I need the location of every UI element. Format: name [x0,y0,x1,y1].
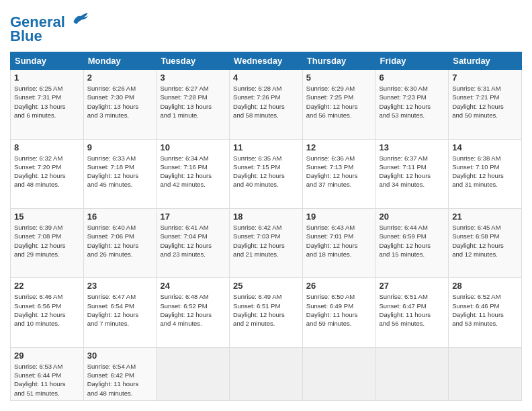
logo: General Blue [10,10,91,45]
sunrise-text: Sunrise: 6:32 AM [14,154,80,163]
sunset-text: Sunset: 7:25 PM [306,93,372,101]
sunset-text: Sunset: 7:21 PM [452,93,518,101]
col-header-saturday: Saturday [449,52,522,70]
daylight-text: and 37 minutes. [306,180,372,189]
daylight-text: and 34 minutes. [380,180,445,189]
sunset-text: Sunset: 6:44 PM [14,371,80,379]
col-header-sunday: Sunday [11,52,84,70]
calendar-week-row: 15Sunrise: 6:39 AMSunset: 7:08 PMDayligh… [11,209,522,278]
sunset-text: Sunset: 7:26 PM [233,93,299,101]
sunset-text: Sunset: 7:23 PM [380,93,445,101]
calendar-cell [302,347,375,400]
calendar-cell: 16Sunrise: 6:40 AMSunset: 7:06 PMDayligh… [83,209,157,278]
calendar-cell: 6Sunrise: 6:30 AMSunset: 7:23 PMDaylight… [375,70,449,139]
calendar-cell: 7Sunrise: 6:31 AMSunset: 7:21 PMDaylight… [449,70,522,139]
daylight-text: Daylight: 11 hours [380,310,445,319]
daylight-text: and 56 minutes. [306,111,372,120]
sunset-text: Sunset: 7:28 PM [160,93,226,101]
sunrise-text: Sunrise: 6:39 AM [14,223,80,232]
sunrise-text: Sunrise: 6:41 AM [160,223,226,232]
daylight-text: Daylight: 12 hours [160,310,226,319]
day-number: 30 [87,351,153,361]
daylight-text: and 4 minutes. [160,319,226,328]
sunrise-text: Sunrise: 6:42 AM [233,223,299,232]
daylight-text: Daylight: 12 hours [87,171,153,180]
sunrise-text: Sunrise: 6:47 AM [87,292,153,301]
daylight-text: Daylight: 11 hours [306,310,372,319]
day-number: 14 [452,142,518,152]
calendar-cell [157,347,230,400]
day-number: 29 [14,351,80,361]
col-header-tuesday: Tuesday [157,52,230,70]
sunset-text: Sunset: 7:18 PM [87,163,153,171]
sunset-text: Sunset: 7:01 PM [306,232,372,240]
col-header-monday: Monday [83,52,157,70]
day-number: 4 [233,73,299,83]
calendar-cell: 11Sunrise: 6:35 AMSunset: 7:15 PMDayligh… [230,139,303,208]
sunrise-text: Sunrise: 6:37 AM [380,154,445,163]
sunset-text: Sunset: 6:47 PM [380,302,445,310]
daylight-text: Daylight: 12 hours [306,102,372,111]
calendar-cell: 19Sunrise: 6:43 AMSunset: 7:01 PMDayligh… [302,209,375,278]
daylight-text: and 48 minutes. [87,389,153,398]
daylight-text: and 6 minutes. [14,111,80,120]
calendar-cell: 20Sunrise: 6:44 AMSunset: 6:59 PMDayligh… [375,209,449,278]
daylight-text: Daylight: 12 hours [14,241,80,250]
calendar-cell: 17Sunrise: 6:41 AMSunset: 7:04 PMDayligh… [157,209,230,278]
sunset-text: Sunset: 6:42 PM [87,371,153,379]
calendar-table: SundayMondayTuesdayWednesdayThursdayFrid… [10,52,522,401]
daylight-text: Daylight: 12 hours [380,171,445,180]
sunrise-text: Sunrise: 6:30 AM [380,84,445,93]
day-number: 12 [306,142,372,152]
daylight-text: and 3 minutes. [87,111,153,120]
daylight-text: Daylight: 12 hours [160,241,226,250]
daylight-text: and 2 minutes. [233,319,299,328]
day-number: 10 [160,142,226,152]
sunset-text: Sunset: 6:58 PM [452,232,518,240]
daylight-text: Daylight: 12 hours [452,102,518,111]
calendar-body: 1Sunrise: 6:25 AMSunset: 7:31 PMDaylight… [11,70,522,401]
daylight-text: and 45 minutes. [87,180,153,189]
daylight-text: and 10 minutes. [14,319,80,328]
page: General Blue SundayMondayTuesdayWednesda… [0,0,532,411]
daylight-text: Daylight: 12 hours [306,171,372,180]
calendar-cell [449,347,522,400]
daylight-text: and 7 minutes. [87,319,153,328]
daylight-text: Daylight: 12 hours [380,241,445,250]
calendar-cell: 5Sunrise: 6:29 AMSunset: 7:25 PMDaylight… [302,70,375,139]
daylight-text: Daylight: 11 hours [452,310,518,319]
calendar-cell: 4Sunrise: 6:28 AMSunset: 7:26 PMDaylight… [230,70,303,139]
calendar-week-row: 22Sunrise: 6:46 AMSunset: 6:56 PMDayligh… [11,278,522,347]
sunset-text: Sunset: 6:56 PM [14,302,80,310]
calendar-cell [375,347,449,400]
daylight-text: Daylight: 12 hours [452,241,518,250]
calendar-cell: 30Sunrise: 6:54 AMSunset: 6:42 PMDayligh… [83,347,157,400]
col-header-thursday: Thursday [302,52,375,70]
sunset-text: Sunset: 7:20 PM [14,163,80,171]
calendar-cell: 28Sunrise: 6:52 AMSunset: 6:46 PMDayligh… [449,278,522,347]
daylight-text: and 40 minutes. [233,180,299,189]
day-number: 11 [233,142,299,152]
calendar-cell [230,347,303,400]
sunrise-text: Sunrise: 6:36 AM [306,154,372,163]
calendar-cell: 18Sunrise: 6:42 AMSunset: 7:03 PMDayligh… [230,209,303,278]
calendar-cell: 29Sunrise: 6:53 AMSunset: 6:44 PMDayligh… [11,347,84,400]
calendar-cell: 23Sunrise: 6:47 AMSunset: 6:54 PMDayligh… [83,278,157,347]
daylight-text: Daylight: 12 hours [87,310,153,319]
daylight-text: Daylight: 12 hours [233,241,299,250]
day-number: 15 [14,212,80,222]
day-number: 23 [87,281,153,291]
daylight-text: and 56 minutes. [380,319,445,328]
sunset-text: Sunset: 6:49 PM [306,302,372,310]
day-number: 24 [160,281,226,291]
day-number: 6 [380,73,445,83]
day-number: 27 [380,281,445,291]
daylight-text: Daylight: 12 hours [87,241,153,250]
sunrise-text: Sunrise: 6:54 AM [87,362,153,371]
sunrise-text: Sunrise: 6:25 AM [14,84,80,93]
day-number: 28 [452,281,518,291]
sunset-text: Sunset: 7:31 PM [14,93,80,101]
calendar-cell: 22Sunrise: 6:46 AMSunset: 6:56 PMDayligh… [11,278,84,347]
calendar-cell: 1Sunrise: 6:25 AMSunset: 7:31 PMDaylight… [11,70,84,139]
sunrise-text: Sunrise: 6:27 AM [160,84,226,93]
